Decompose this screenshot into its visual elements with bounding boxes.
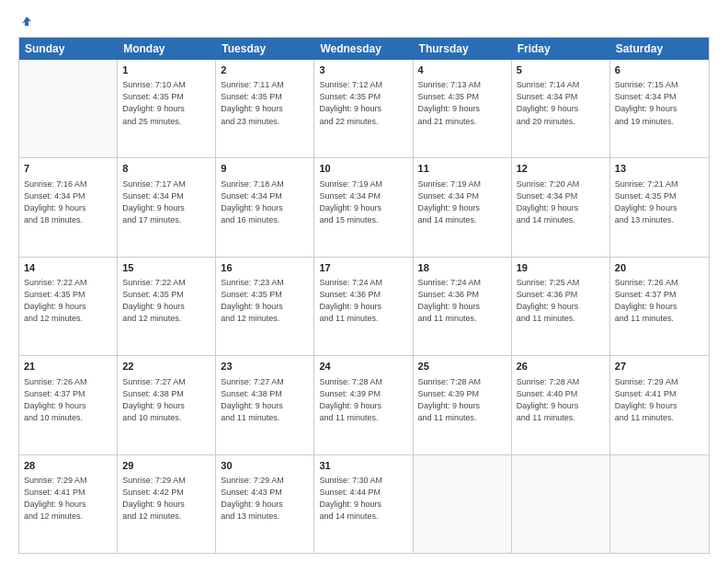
calendar-cell: 9Sunrise: 7:18 AM Sunset: 4:34 PM Daylig…: [216, 158, 314, 256]
day-info: Sunrise: 7:22 AM Sunset: 4:35 PM Dayligh…: [24, 277, 112, 325]
day-number: 11: [418, 162, 506, 176]
day-number: 6: [615, 63, 704, 77]
day-info: Sunrise: 7:29 AM Sunset: 4:41 PM Dayligh…: [615, 376, 704, 424]
day-info: Sunrise: 7:30 AM Sunset: 4:44 PM Dayligh…: [319, 475, 407, 523]
day-info: Sunrise: 7:29 AM Sunset: 4:42 PM Dayligh…: [122, 475, 210, 523]
calendar-cell: 10Sunrise: 7:19 AM Sunset: 4:34 PM Dayli…: [314, 158, 413, 256]
day-info: Sunrise: 7:26 AM Sunset: 4:37 PM Dayligh…: [615, 277, 704, 325]
day-number: 26: [517, 360, 605, 373]
calendar-cell: 11Sunrise: 7:19 AM Sunset: 4:34 PM Dayli…: [414, 158, 512, 256]
day-number: 23: [221, 360, 309, 373]
calendar-cell: 24Sunrise: 7:28 AM Sunset: 4:39 PM Dayli…: [314, 356, 413, 454]
day-number: 28: [24, 459, 112, 473]
calendar-row: 21Sunrise: 7:26 AM Sunset: 4:37 PM Dayli…: [19, 356, 709, 454]
calendar-cell: 21Sunrise: 7:26 AM Sunset: 4:37 PM Dayli…: [19, 356, 118, 454]
calendar-cell: 18Sunrise: 7:24 AM Sunset: 4:36 PM Dayli…: [414, 258, 512, 355]
day-number: 9: [221, 162, 309, 176]
header: [18, 17, 710, 29]
day-number: 17: [319, 261, 407, 275]
calendar-cell: 1Sunrise: 7:10 AM Sunset: 4:35 PM Daylig…: [118, 60, 216, 157]
day-number: 29: [122, 459, 210, 473]
calendar-cell: 30Sunrise: 7:29 AM Sunset: 4:43 PM Dayli…: [216, 455, 314, 553]
day-number: 30: [221, 459, 309, 473]
day-number: 14: [24, 261, 112, 275]
day-info: Sunrise: 7:25 AM Sunset: 4:36 PM Dayligh…: [517, 277, 605, 325]
day-number: 10: [319, 162, 407, 176]
day-number: 1: [122, 63, 210, 77]
day-number: 21: [24, 360, 112, 373]
day-number: 16: [221, 261, 309, 275]
logo-icon: [20, 15, 33, 28]
day-number: 4: [418, 63, 506, 77]
day-info: Sunrise: 7:19 AM Sunset: 4:34 PM Dayligh…: [418, 178, 506, 226]
day-number: 8: [122, 162, 210, 176]
weekday-header: Saturday: [610, 38, 709, 60]
day-info: Sunrise: 7:23 AM Sunset: 4:35 PM Dayligh…: [221, 277, 309, 325]
calendar-row: 14Sunrise: 7:22 AM Sunset: 4:35 PM Dayli…: [19, 258, 709, 356]
calendar-cell: 12Sunrise: 7:20 AM Sunset: 4:34 PM Dayli…: [512, 158, 610, 256]
calendar-cell: 13Sunrise: 7:21 AM Sunset: 4:35 PM Dayli…: [610, 158, 709, 256]
calendar-cell: 2Sunrise: 7:11 AM Sunset: 4:35 PM Daylig…: [216, 60, 314, 157]
day-number: 15: [122, 261, 210, 275]
day-number: 27: [615, 360, 704, 373]
day-info: Sunrise: 7:27 AM Sunset: 4:38 PM Dayligh…: [221, 376, 309, 424]
calendar-cell: [512, 455, 610, 553]
page: SundayMondayTuesdayWednesdayThursdayFrid…: [0, 0, 728, 563]
svg-marker-0: [22, 17, 31, 26]
calendar-cell: 27Sunrise: 7:29 AM Sunset: 4:41 PM Dayli…: [610, 356, 709, 454]
day-number: 20: [615, 261, 704, 275]
calendar-cell: [414, 455, 512, 553]
day-info: Sunrise: 7:17 AM Sunset: 4:34 PM Dayligh…: [122, 178, 210, 226]
calendar-cell: 29Sunrise: 7:29 AM Sunset: 4:42 PM Dayli…: [118, 455, 216, 553]
weekday-header: Tuesday: [216, 38, 314, 60]
weekday-header: Wednesday: [314, 38, 413, 60]
day-number: 2: [221, 63, 309, 77]
day-info: Sunrise: 7:29 AM Sunset: 4:41 PM Dayligh…: [24, 475, 112, 523]
calendar-cell: 14Sunrise: 7:22 AM Sunset: 4:35 PM Dayli…: [19, 258, 118, 355]
day-info: Sunrise: 7:27 AM Sunset: 4:38 PM Dayligh…: [122, 376, 210, 424]
calendar-row: 1Sunrise: 7:10 AM Sunset: 4:35 PM Daylig…: [19, 60, 709, 158]
calendar-cell: 31Sunrise: 7:30 AM Sunset: 4:44 PM Dayli…: [314, 455, 413, 553]
day-number: 22: [122, 360, 210, 373]
day-info: Sunrise: 7:15 AM Sunset: 4:34 PM Dayligh…: [615, 79, 704, 127]
day-info: Sunrise: 7:24 AM Sunset: 4:36 PM Dayligh…: [418, 277, 506, 325]
calendar-cell: 5Sunrise: 7:14 AM Sunset: 4:34 PM Daylig…: [512, 60, 610, 157]
day-info: Sunrise: 7:16 AM Sunset: 4:34 PM Dayligh…: [24, 178, 112, 226]
day-number: 12: [517, 162, 605, 176]
day-number: 31: [319, 459, 407, 473]
day-number: 19: [517, 261, 605, 275]
weekday-header: Sunday: [19, 38, 118, 60]
weekday-header: Monday: [118, 38, 216, 60]
day-info: Sunrise: 7:18 AM Sunset: 4:34 PM Dayligh…: [221, 178, 309, 226]
calendar-cell: [19, 60, 118, 157]
calendar-body: 1Sunrise: 7:10 AM Sunset: 4:35 PM Daylig…: [19, 60, 709, 553]
calendar-cell: 23Sunrise: 7:27 AM Sunset: 4:38 PM Dayli…: [216, 356, 314, 454]
day-info: Sunrise: 7:19 AM Sunset: 4:34 PM Dayligh…: [319, 178, 407, 226]
calendar-row: 7Sunrise: 7:16 AM Sunset: 4:34 PM Daylig…: [19, 158, 709, 257]
calendar-cell: 3Sunrise: 7:12 AM Sunset: 4:35 PM Daylig…: [314, 60, 413, 157]
calendar-cell: 22Sunrise: 7:27 AM Sunset: 4:38 PM Dayli…: [118, 356, 216, 454]
day-number: 25: [418, 360, 506, 373]
weekday-header: Thursday: [414, 38, 512, 60]
calendar-cell: 16Sunrise: 7:23 AM Sunset: 4:35 PM Dayli…: [216, 258, 314, 355]
calendar-row: 28Sunrise: 7:29 AM Sunset: 4:41 PM Dayli…: [19, 455, 709, 553]
calendar-cell: 4Sunrise: 7:13 AM Sunset: 4:35 PM Daylig…: [414, 60, 512, 157]
day-number: 5: [517, 63, 605, 77]
logo: [18, 17, 33, 29]
day-info: Sunrise: 7:13 AM Sunset: 4:35 PM Dayligh…: [418, 79, 506, 127]
calendar-cell: 26Sunrise: 7:28 AM Sunset: 4:40 PM Dayli…: [512, 356, 610, 454]
day-info: Sunrise: 7:20 AM Sunset: 4:34 PM Dayligh…: [517, 178, 605, 226]
calendar-cell: 6Sunrise: 7:15 AM Sunset: 4:34 PM Daylig…: [610, 60, 709, 157]
day-number: 7: [24, 162, 112, 176]
day-number: 3: [319, 63, 407, 77]
calendar-cell: 17Sunrise: 7:24 AM Sunset: 4:36 PM Dayli…: [314, 258, 413, 355]
calendar: SundayMondayTuesdayWednesdayThursdayFrid…: [18, 37, 710, 554]
calendar-cell: 7Sunrise: 7:16 AM Sunset: 4:34 PM Daylig…: [19, 158, 118, 256]
calendar-cell: 28Sunrise: 7:29 AM Sunset: 4:41 PM Dayli…: [19, 455, 118, 553]
day-info: Sunrise: 7:29 AM Sunset: 4:43 PM Dayligh…: [221, 475, 309, 523]
calendar-cell: [610, 455, 709, 553]
calendar-cell: 20Sunrise: 7:26 AM Sunset: 4:37 PM Dayli…: [610, 258, 709, 355]
day-info: Sunrise: 7:21 AM Sunset: 4:35 PM Dayligh…: [615, 178, 704, 226]
day-info: Sunrise: 7:22 AM Sunset: 4:35 PM Dayligh…: [122, 277, 210, 325]
calendar-cell: 25Sunrise: 7:28 AM Sunset: 4:39 PM Dayli…: [414, 356, 512, 454]
